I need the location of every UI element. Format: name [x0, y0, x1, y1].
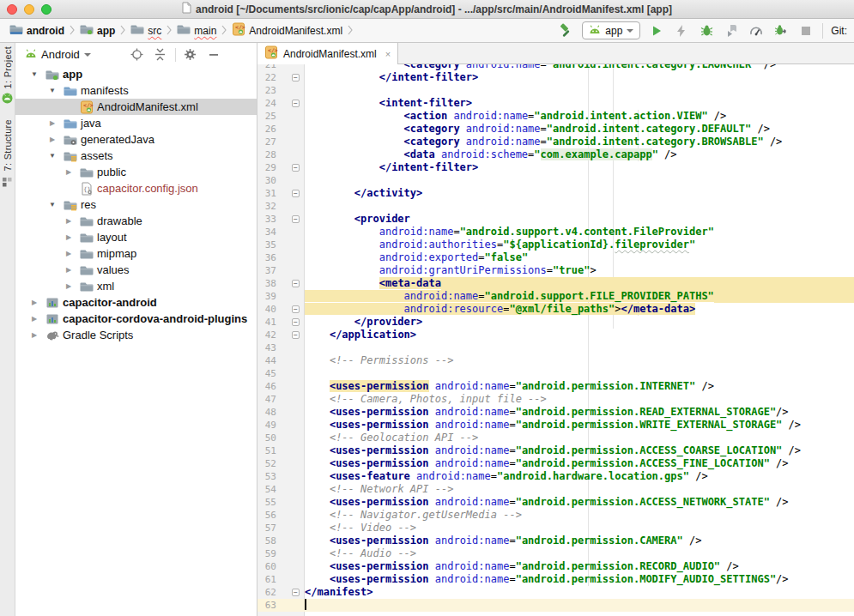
collapsed-arrow-icon[interactable]: ▶	[64, 217, 73, 225]
breadcrumb-label: app	[97, 25, 115, 37]
hide-panel-button[interactable]	[205, 46, 222, 63]
code-line-38: 38− <meta-data	[257, 277, 854, 290]
line-number: 34	[257, 226, 305, 239]
fold-marker-icon[interactable]: −	[292, 589, 300, 596]
tree-item-manifests[interactable]: ▼manifests	[15, 82, 257, 99]
zoom-window-button[interactable]	[41, 4, 51, 15]
breadcrumb-item-androidmanifest-xml[interactable]: </>AndroidManifest.xml	[229, 21, 345, 40]
tree-item-androidmanifest-xml[interactable]: </>AndroidManifest.xml	[15, 99, 257, 115]
code-text: <uses-permission android:name="android.p…	[305, 496, 789, 509]
collapsed-arrow-icon[interactable]: ▶	[30, 299, 39, 306]
project-view-select[interactable]: Android	[25, 48, 91, 61]
tree-item-res[interactable]: ▼res	[15, 196, 257, 213]
code-text: android:name="android.support.FILE_PROVI…	[305, 290, 714, 303]
fold-marker-icon[interactable]: −	[292, 318, 300, 326]
code-line-28: 28 <data android:scheme="com.example.cap…	[257, 148, 854, 161]
code-line-31: 31− </activity>	[257, 187, 854, 200]
collapsed-arrow-icon[interactable]: ▶	[64, 250, 73, 257]
collapsed-arrow-icon[interactable]: ▶	[64, 282, 73, 290]
window-title: android [~/Documents/src/ionic/cap/capAp…	[182, 2, 672, 16]
build-hammer-button[interactable]	[557, 22, 574, 39]
android-project-icon	[2, 92, 13, 107]
line-number: 56	[257, 509, 305, 522]
expanded-arrow-icon[interactable]: ▼	[48, 152, 57, 160]
tree-item-xml[interactable]: ▶xml	[15, 278, 257, 294]
fold-marker-icon[interactable]: −	[292, 190, 300, 197]
tree-item-capacitor-android[interactable]: ▶capacitor-android	[15, 294, 257, 311]
collapsed-arrow-icon[interactable]: ▶	[64, 266, 73, 274]
settings-gear-button[interactable]	[182, 46, 199, 63]
run-button[interactable]	[648, 22, 665, 39]
android-studio-window: android [~/Documents/src/ionic/cap/capAp…	[0, 0, 854, 616]
tree-item-drawable[interactable]: ▶drawable	[15, 213, 257, 229]
fold-marker-icon[interactable]: −	[292, 100, 300, 107]
collapsed-arrow-icon[interactable]: ▶	[30, 315, 39, 323]
expanded-arrow-icon[interactable]: ▼	[48, 201, 57, 208]
collapse-all-button[interactable]	[152, 46, 169, 63]
breadcrumb-item-src[interactable]: src	[128, 21, 164, 40]
close-window-button[interactable]	[7, 4, 17, 15]
tree-item-app[interactable]: ▼app	[15, 66, 257, 82]
code-text: <!-- Navigator.getUserMedia -->	[305, 509, 522, 522]
code-text: android:resource="@xml/file_paths"></met…	[305, 303, 695, 316]
tree-item-java[interactable]: ▶java	[15, 115, 257, 131]
tree-item-gradle-scripts[interactable]: ▶Gradle Scripts	[15, 327, 257, 343]
fold-marker-icon[interactable]: −	[292, 215, 300, 223]
expanded-arrow-icon[interactable]: ▼	[30, 70, 39, 78]
locate-file-button[interactable]	[129, 46, 146, 63]
attach-debugger-button[interactable]	[772, 22, 790, 39]
fold-marker-icon[interactable]: −	[292, 305, 300, 313]
debug-button[interactable]	[698, 22, 715, 39]
folder-plain-icon	[80, 166, 94, 179]
fold-marker-icon[interactable]: −	[292, 164, 300, 172]
collapsed-arrow-icon[interactable]: ▶	[30, 331, 39, 339]
collapsed-arrow-icon[interactable]: ▶	[64, 168, 73, 176]
expanded-arrow-icon[interactable]: ▼	[48, 87, 57, 94]
fold-marker-icon[interactable]: −	[292, 331, 300, 339]
run-configuration-select[interactable]: app	[582, 21, 640, 39]
line-number: 46	[257, 380, 305, 393]
tree-item-layout[interactable]: ▶layout	[15, 229, 257, 245]
code-line-35: 35 android:authorities="${applicationId}…	[257, 239, 854, 251]
tree-item-generatedjava[interactable]: ▶generatedJava	[15, 131, 257, 148]
close-tab-icon[interactable]: ×	[385, 49, 391, 59]
breadcrumb-item-main[interactable]: main	[174, 21, 219, 40]
collapsed-arrow-icon[interactable]: ▶	[48, 119, 57, 127]
fold-marker-icon[interactable]: −	[292, 280, 300, 287]
breadcrumb-item-android[interactable]: android	[7, 21, 67, 40]
breadcrumb-item-app[interactable]: app	[77, 21, 118, 40]
collapsed-arrow-icon[interactable]: ▶	[64, 233, 73, 241]
tree-item-public[interactable]: ▶public	[15, 164, 257, 180]
line-number: 22−	[257, 71, 305, 84]
profiler-button[interactable]	[748, 22, 765, 39]
code-text: <uses-permission android:name="android.p…	[305, 560, 739, 573]
git-widget[interactable]: Git:	[831, 25, 847, 37]
tree-item-capacitor-config-json[interactable]: {}capacitor.config.json	[15, 180, 257, 196]
stop-button[interactable]	[797, 22, 815, 39]
code-editor[interactable]: 21 <category android:name="android.inten…	[257, 64, 854, 616]
line-number: 32	[257, 200, 305, 213]
apply-changes-button[interactable]	[673, 22, 690, 39]
chevron-down-icon	[84, 53, 91, 57]
line-number: 54	[257, 483, 305, 496]
fold-marker-icon[interactable]: −	[292, 74, 300, 82]
project-tool-button[interactable]: 1: Project	[2, 46, 13, 107]
tree-item-capacitor-cordova-android-plugins[interactable]: ▶capacitor-cordova-android-plugins	[15, 311, 257, 327]
minimize-window-button[interactable]	[24, 4, 34, 15]
coverage-button[interactable]	[723, 22, 740, 39]
code-text: android:grantUriPermissions="true">	[305, 264, 597, 277]
folder-plain-icon	[130, 22, 144, 39]
code-line-32: 32	[257, 200, 854, 213]
code-line-57: 57 <!-- Video -->	[257, 522, 854, 534]
code-line-50: 50 <!-- Geolocation API -->	[257, 432, 854, 444]
line-number: 33−	[257, 213, 305, 226]
tree-item-mipmap[interactable]: ▶mipmap	[15, 245, 257, 262]
collapsed-arrow-icon[interactable]: ▶	[48, 136, 57, 143]
breadcrumb-chevron-icon	[120, 25, 125, 37]
editor-tab-androidmanifest[interactable]: </> AndroidManifest.xml ×	[257, 43, 398, 64]
tree-item-values[interactable]: ▶values	[15, 262, 257, 278]
structure-tool-button[interactable]: 7: Structure	[3, 119, 13, 190]
breadcrumb-chevron-icon	[221, 25, 227, 37]
tree-item-assets[interactable]: ▼assets	[15, 148, 257, 164]
code-line-63: 63	[257, 599, 854, 612]
